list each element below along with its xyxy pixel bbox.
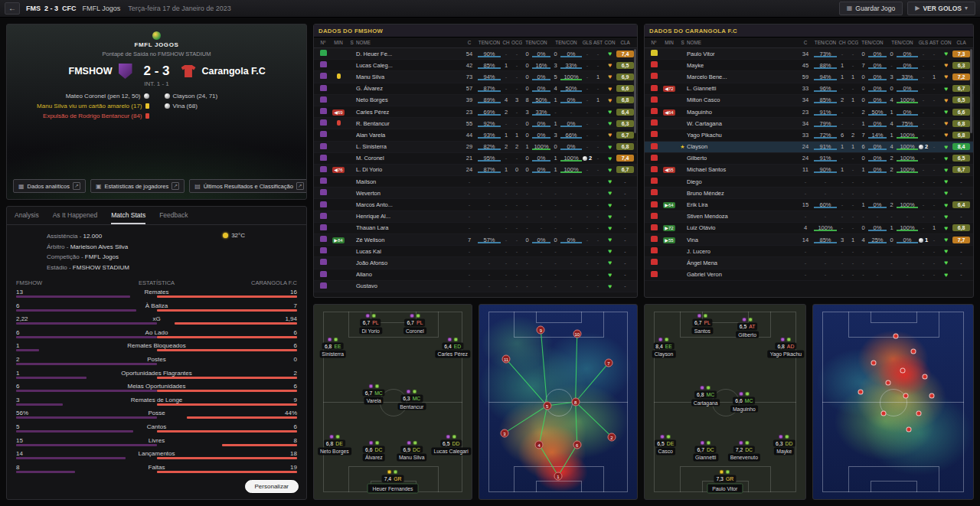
halftime-score: INT. 1 - 1 bbox=[144, 80, 168, 87]
kit-cell bbox=[317, 213, 329, 220]
back-button[interactable]: ← bbox=[5, 2, 20, 15]
player-row[interactable]: ▶64Erik Lira1560%--10%2100%--♥6,4 bbox=[645, 199, 973, 211]
view-goals-button[interactable]: ▶ VER GOLOS ▾ bbox=[907, 2, 975, 15]
scrollbar[interactable] bbox=[970, 49, 972, 133]
formation-player[interactable]: 6,8DENeto Borges bbox=[318, 434, 351, 455]
home-stat-value: 15 bbox=[16, 437, 44, 444]
player-row[interactable]: Allano----------♥- bbox=[314, 269, 637, 281]
away-stat-value: 6 bbox=[270, 342, 297, 349]
formation-player[interactable]: 8,4EEClayson bbox=[652, 337, 676, 357]
kit-cell bbox=[648, 50, 660, 57]
tackles-pct: 33% bbox=[897, 73, 918, 80]
attempts-count: - bbox=[858, 260, 868, 266]
player-row[interactable]: Marcelo Bene...5994%1100%333%-1♥7,2 bbox=[645, 71, 973, 83]
player-row[interactable]: Neto Borges3989%43850%10%-1♥6,8 bbox=[314, 95, 637, 106]
column-header: TEN/CON bbox=[858, 40, 887, 45]
player-row[interactable]: G. Álvarez5787%--00%450%--♥6,6 bbox=[314, 83, 637, 95]
formation-player[interactable]: 6,8MCCartagana bbox=[691, 386, 720, 406]
tackles-pct: - bbox=[560, 178, 582, 185]
player-row[interactable]: Ángel Mena----------♥- bbox=[645, 257, 973, 269]
tackles-count: 1 bbox=[550, 120, 560, 127]
player-row[interactable]: Henrique Al...----------♥- bbox=[314, 211, 637, 223]
tab-feedback[interactable]: Feedback bbox=[159, 207, 188, 224]
overview-button-0[interactable]: ▦Dados analíticos↗ bbox=[13, 179, 86, 193]
formation-player[interactable]: 6,4EDCarles Pérez bbox=[436, 337, 470, 357]
player-row[interactable]: ◀76L. Di Yorio2487%1000%1100%--♥6,7 bbox=[314, 165, 637, 176]
stat-row: 6À Baliza7 bbox=[16, 302, 297, 316]
formation-player[interactable]: 6,7PLDi Yorio bbox=[359, 314, 381, 335]
formation-player[interactable]: 6,5DECasco bbox=[655, 434, 676, 455]
player-row[interactable]: Gilberto2491%--00%2100%--♥6,5 bbox=[645, 153, 973, 165]
player-row[interactable]: Diego----------♥- bbox=[645, 176, 973, 188]
customize-button[interactable]: Personalizar bbox=[245, 480, 299, 493]
player-row[interactable]: ▶84Zé Welison757%--00%00%--♥- bbox=[314, 234, 637, 246]
player-row[interactable]: Thauan Lara----------♥- bbox=[314, 223, 637, 234]
formation-player[interactable]: 6,7DCGiannetti bbox=[693, 440, 718, 461]
formation-player[interactable]: 6,7PLSantos bbox=[692, 314, 713, 335]
player-row[interactable]: ▶55Vina1485%31425%00%1-♥7,7 bbox=[645, 234, 973, 246]
overview-button-2[interactable]: ▤Últimos Resultados e Classificação↗ bbox=[189, 179, 307, 193]
tab-match-stats[interactable]: Match Stats bbox=[111, 207, 145, 224]
scrollbar[interactable] bbox=[634, 49, 636, 133]
away-team-name[interactable]: Carangola F.C bbox=[202, 66, 266, 77]
role-icon bbox=[701, 386, 705, 390]
player-row[interactable]: Lucas Caleg...4285%1-016%333%--♥6,5 bbox=[314, 60, 637, 71]
goals-cell: - bbox=[582, 120, 593, 127]
formation-player[interactable]: 6,6DCÁlvarez bbox=[363, 440, 385, 461]
clear-chances: - bbox=[848, 85, 858, 92]
player-row[interactable]: M. Coronel2195%--00%1100%2-♥7,4 bbox=[314, 153, 637, 165]
player-row[interactable]: Paulo Vitor3473%--00%00%--♥7,3 bbox=[645, 48, 973, 60]
player-row[interactable]: ▶72Luiz Otávio4100%--00%1100%-1♥6,8 bbox=[645, 223, 973, 234]
player-row[interactable]: D. Heuer Fe...5490%--00%00%--♥7,4 bbox=[314, 48, 637, 60]
player-row[interactable]: João Afonso----------♥- bbox=[314, 257, 637, 269]
player-row[interactable]: Lucas Kal----------♥- bbox=[314, 246, 637, 257]
player-row[interactable]: Maílson----------♥- bbox=[314, 176, 637, 188]
player-row[interactable]: L. Sinisterra2982%221100%00%--♥6,8 bbox=[314, 142, 637, 153]
formation-player[interactable]: 6,3MCBentancur bbox=[397, 390, 426, 410]
player-row[interactable]: ◀69Carles Pérez2369%2-333%----♥6,4 bbox=[314, 106, 637, 118]
formation-player[interactable]: 6,5DDLucas Calegari bbox=[432, 434, 471, 455]
save-game-button[interactable]: ▦ Guardar Jogo bbox=[839, 2, 903, 15]
condition-heart-icon: ♥ bbox=[603, 178, 616, 185]
tab-as-it-happened[interactable]: As It Happened bbox=[53, 207, 98, 224]
passes-completed: 24 bbox=[797, 155, 814, 162]
formation-player[interactable]: 6,7PLCoronel bbox=[403, 314, 426, 335]
player-row[interactable]: R. Bentancur5592%--00%10%--♥6,3 bbox=[314, 118, 637, 129]
player-row[interactable]: ★Clayson2491%1160%4100%2-♥8,4 bbox=[645, 142, 973, 153]
player-row[interactable]: W. Cartagana3479%--10%475%--♥6,8 bbox=[645, 118, 973, 129]
player-row[interactable]: ◀55Michael Santos1190%1-10%2100%--♥6,7 bbox=[645, 165, 973, 176]
player-row[interactable]: Gustavo----------♥- bbox=[314, 281, 637, 292]
player-row[interactable]: Bruno Méndez----------♥- bbox=[645, 188, 973, 199]
formation-player[interactable]: 6,8ADYago Pikachu bbox=[768, 337, 804, 357]
breadcrumb[interactable]: FMFL Jogos bbox=[83, 5, 121, 12]
player-row[interactable]: Weverton----------♥- bbox=[314, 188, 637, 199]
formation-player[interactable]: 7,4GRHeuer Fernandes bbox=[368, 470, 419, 494]
chances-created: 2 bbox=[837, 96, 848, 103]
player-row[interactable]: Gabriel Veron----------♥- bbox=[645, 269, 973, 281]
player-row[interactable]: Alan Varela4493%1100%366%--♥6,7 bbox=[314, 129, 637, 141]
tackles-count: 3 bbox=[550, 132, 560, 139]
player-row[interactable]: Manu Silva7394%--00%5100%-1♥6,9 bbox=[314, 71, 637, 83]
formation-player[interactable]: 7,2DCBenevenuto bbox=[728, 440, 760, 461]
home-team-name[interactable]: FMSHOW bbox=[69, 66, 113, 77]
player-row[interactable]: Yago Pikachu3372%62714%1100%--♥6,8 bbox=[645, 129, 973, 141]
formation-player[interactable]: 6,8EESinisterra bbox=[319, 337, 346, 357]
player-row[interactable]: J. Lucero----------♥- bbox=[645, 246, 973, 257]
formation-player[interactable]: 7,3GRPaulo Vitor bbox=[707, 470, 743, 494]
formation-player[interactable]: 6,3DDMayke bbox=[773, 434, 795, 455]
overview-button-1[interactable]: ▣Estatísticas de jogadores↗ bbox=[90, 179, 185, 193]
player-row[interactable]: ◀64Maguinho2391%--250%10%--♥6,6 bbox=[645, 106, 973, 118]
formation-player[interactable]: 6,6MCMaguinho bbox=[730, 392, 758, 413]
player-row[interactable]: Milton Casco3485%2100%4100%--♥6,5 bbox=[645, 95, 973, 106]
player-row[interactable]: ◀72L. Giannetti3396%--00%00%--♥6,7 bbox=[645, 83, 973, 95]
player-row[interactable]: Marcos Anto...----------♥- bbox=[314, 199, 637, 211]
match-rating: - bbox=[616, 224, 634, 231]
clear-chances: - bbox=[848, 260, 858, 266]
player-row[interactable]: Mayke4588%1-70%-0%--♥6,3 bbox=[645, 60, 973, 71]
tab-analysis[interactable]: Analysis bbox=[15, 207, 39, 224]
formation-player[interactable]: 6,5ATGilberto bbox=[736, 318, 759, 338]
player-row[interactable]: Stiven Mendoza----------♥- bbox=[645, 211, 973, 223]
formation-player[interactable]: 6,7MCVarela bbox=[363, 384, 385, 404]
formation-player[interactable]: 6,9DCManu Silva bbox=[397, 440, 427, 461]
column-header: TEN/CON bbox=[887, 40, 918, 45]
